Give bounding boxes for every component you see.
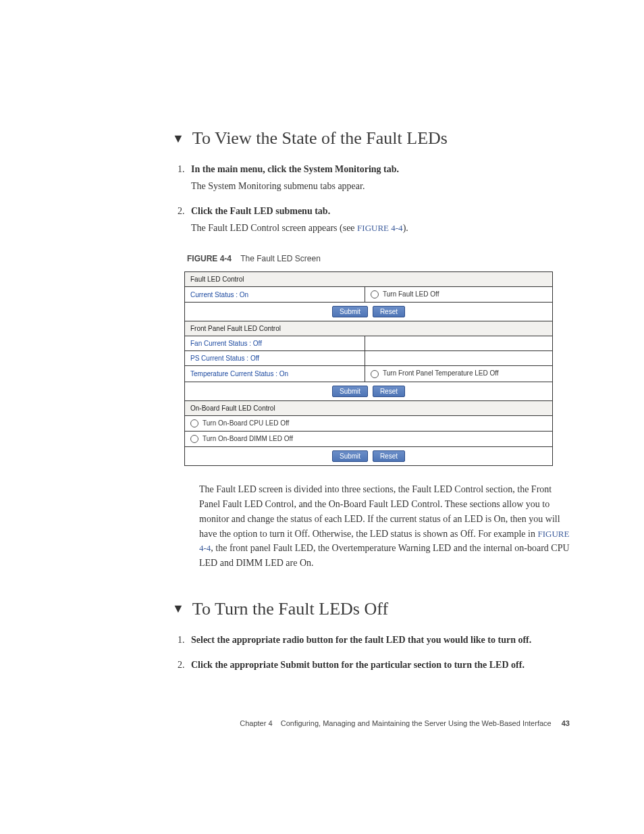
section-heading-turn-off: ▼ To Turn the Fault LEDs Off bbox=[172, 599, 570, 619]
text: The Fault LED screen is divided into thr… bbox=[199, 484, 560, 538]
step-item: In the main menu, click the System Monit… bbox=[187, 162, 570, 193]
text: The Fault LED Control screen appears (se… bbox=[191, 223, 357, 233]
figure-caption: FIGURE 4-4 The Fault LED Screen bbox=[187, 254, 570, 263]
button-row: Submit Reset bbox=[185, 303, 553, 321]
step-body: The Fault LED Control screen appears (se… bbox=[191, 221, 570, 235]
text: ). bbox=[403, 223, 408, 233]
fault-led-screenshot: Fault LED Control Current Status : On Tu… bbox=[184, 271, 553, 466]
footer-chapter: Chapter 4 bbox=[240, 719, 272, 727]
step-body: The System Monitoring submenu tabs appea… bbox=[191, 179, 570, 193]
steps-list-1: In the main menu, click the System Monit… bbox=[187, 162, 570, 235]
step-title: Select the appropriate radio button for … bbox=[191, 635, 531, 645]
status-text: Current Status : On bbox=[185, 287, 365, 303]
empty-cell bbox=[365, 336, 553, 351]
footer-title: Configuring, Managing and Maintaining th… bbox=[281, 719, 552, 727]
page-footer: Chapter 4 Configuring, Managing and Main… bbox=[172, 719, 570, 727]
section-title: To View the State of the Fault LEDs bbox=[192, 128, 448, 149]
triangle-down-icon: ▼ bbox=[172, 132, 184, 146]
submit-button[interactable]: Submit bbox=[332, 306, 368, 317]
radio-icon[interactable] bbox=[371, 370, 379, 378]
radio-icon[interactable] bbox=[371, 290, 379, 298]
reset-button[interactable]: Reset bbox=[373, 306, 405, 317]
section-heading-view-state: ▼ To View the State of the Fault LEDs bbox=[172, 128, 570, 149]
radio-cell: Turn Fault LED Off bbox=[365, 287, 553, 303]
reset-button[interactable]: Reset bbox=[373, 450, 405, 462]
radio-icon[interactable] bbox=[190, 419, 198, 427]
radio-label: Turn On-Board CPU LED Off bbox=[203, 419, 289, 427]
steps-list-2: Select the appropriate radio button for … bbox=[187, 633, 570, 672]
radio-cell: Turn On-Board CPU LED Off bbox=[185, 415, 553, 431]
radio-cell: Turn On-Board DIMM LED Off bbox=[185, 432, 553, 447]
status-text: Temperature Current Status : On bbox=[185, 366, 365, 382]
status-text: Fan Current Status : Off bbox=[185, 336, 365, 351]
page-number: 43 bbox=[562, 719, 570, 727]
panel-header: Front Panel Fault LED Control bbox=[185, 321, 553, 336]
document-page: ▼ To View the State of the Fault LEDs In… bbox=[0, 0, 644, 781]
step-title: In the main menu, click the System Monit… bbox=[191, 164, 399, 174]
panel-header: On-Board Fault LED Control bbox=[185, 400, 553, 415]
radio-icon[interactable] bbox=[190, 435, 198, 443]
button-row: Submit Reset bbox=[185, 447, 553, 466]
step-item: Click the appropriate Submit button for … bbox=[187, 658, 570, 672]
figure-title: The Fault LED Screen bbox=[240, 254, 321, 263]
text: , the front panel Fault LED, the Overtem… bbox=[199, 543, 570, 568]
body-paragraph: The Fault LED screen is divided into thr… bbox=[199, 482, 570, 570]
section-title: To Turn the Fault LEDs Off bbox=[192, 599, 388, 619]
empty-cell bbox=[365, 351, 553, 366]
step-item: Click the Fault LED submenu tab. The Fau… bbox=[187, 204, 570, 235]
panel-header: Fault LED Control bbox=[185, 272, 553, 287]
figure-label: FIGURE 4-4 bbox=[187, 254, 232, 263]
radio-cell: Turn Front Panel Temperature LED Off bbox=[365, 366, 553, 382]
triangle-down-icon: ▼ bbox=[172, 602, 184, 616]
step-item: Select the appropriate radio button for … bbox=[187, 633, 570, 647]
reset-button[interactable]: Reset bbox=[373, 386, 405, 397]
step-title: Click the Fault LED submenu tab. bbox=[191, 206, 330, 216]
status-text: PS Current Status : Off bbox=[185, 351, 365, 366]
figure-reference-link[interactable]: FIGURE 4-4 bbox=[357, 223, 403, 233]
submit-button[interactable]: Submit bbox=[332, 450, 368, 462]
radio-label: Turn On-Board DIMM LED Off bbox=[203, 435, 293, 442]
radio-label: Turn Fault LED Off bbox=[383, 290, 439, 298]
radio-label: Turn Front Panel Temperature LED Off bbox=[383, 369, 499, 377]
submit-button[interactable]: Submit bbox=[332, 386, 368, 397]
button-row: Submit Reset bbox=[185, 382, 553, 400]
step-title: Click the appropriate Submit button for … bbox=[191, 660, 525, 670]
